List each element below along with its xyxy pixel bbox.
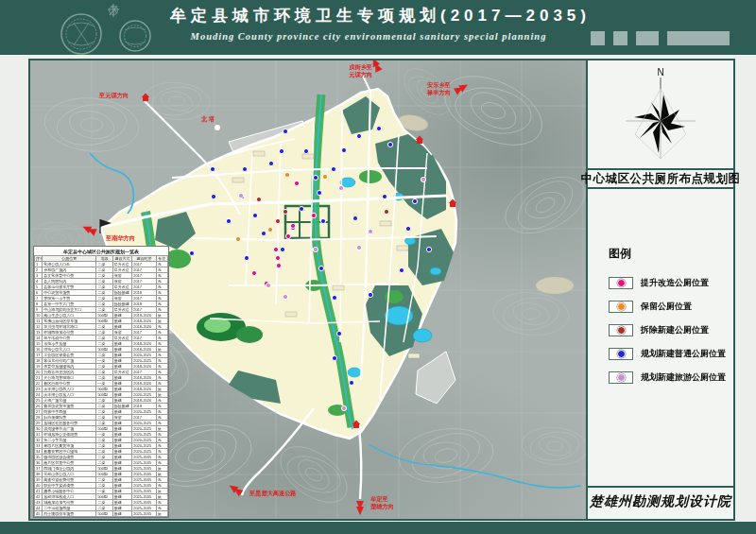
toilet-point-upgrade bbox=[285, 233, 290, 238]
toilet-point-upgrade bbox=[311, 213, 316, 217]
toilet-point-new_common bbox=[332, 355, 336, 360]
table-row: 22新区行政中心旁一类新建2018-2020无 bbox=[35, 381, 168, 387]
table-row: 46火车站站前片区一类新建2025-2035无 bbox=[35, 517, 168, 519]
toilet-point-new_common bbox=[211, 194, 215, 198]
toilet-point-new_tourism bbox=[283, 294, 287, 299]
toilet-point-retain bbox=[322, 174, 327, 179]
legend-label: 保留公厕位置 bbox=[641, 301, 692, 313]
label-nw-road: 至元谋方向 bbox=[98, 92, 129, 99]
legend-swatch bbox=[609, 301, 633, 313]
toilet-point-new_tourism bbox=[266, 283, 270, 287]
toilet-point-upgrade bbox=[273, 247, 278, 251]
table-row: 44二中运动场西侧二类新建2025-2035无 bbox=[35, 506, 168, 511]
legend-dot-icon bbox=[617, 279, 626, 287]
table-row: 37西城门遗址公园内500型新建2025-2035旅 bbox=[35, 466, 168, 472]
legend-item-new_common: 规划新建普通公厕位置 bbox=[609, 348, 733, 360]
legend-label: 规划新建旅游公厕位置 bbox=[641, 371, 726, 384]
toilet-point-new_common bbox=[352, 215, 357, 220]
toilet-point-new_common bbox=[341, 147, 346, 152]
toilet-point-new_common bbox=[252, 213, 257, 217]
toilet-point-new_common bbox=[331, 166, 335, 171]
table-cell: 提升改造 bbox=[112, 336, 131, 341]
toilet-point-new_common bbox=[226, 218, 231, 223]
table-column-header: 建设方式 bbox=[112, 256, 131, 262]
table-title: 牟定县中心城区公共厕所规划一览表 bbox=[34, 247, 168, 255]
toilet-point-new_common bbox=[268, 161, 273, 165]
map-canvas: 北 塔至元谋方向戌街乡至元谋方向安乐乡至禄丰方向至南华方向至昆楚大高速公路牟定至… bbox=[30, 60, 586, 519]
toilet-point-upgrade bbox=[251, 270, 256, 275]
toilet-point-new_common bbox=[382, 194, 387, 198]
table-row: 15示范小学东侧二类新建2018-2020无 bbox=[35, 341, 168, 347]
table-row: 17工业园区管委会旁二类新建2020-2025无 bbox=[35, 353, 168, 358]
institute-box: 楚雄州勘测规划设计院 bbox=[588, 488, 733, 515]
page-subtitle: Mouding County province city environment… bbox=[170, 31, 567, 42]
toilet-plan-table: 牟定县中心城区公共厕所规划一览表 序号公厕位置等级建设方式建设时序备注 1化湖公… bbox=[33, 246, 169, 518]
table-row: 31环城东路公交枢纽旁一类新建2020-2025无 bbox=[35, 432, 168, 438]
toilet-point-new_common bbox=[261, 231, 266, 235]
label-north-pagoda: 北 塔 bbox=[200, 115, 215, 123]
page-title: 牟定县城市环境卫生专项规划(2017—2035) bbox=[170, 5, 567, 26]
table-cell: 提升改造 bbox=[112, 267, 131, 273]
deco-block bbox=[636, 31, 659, 45]
legend-label: 拆除新建公厕位置 bbox=[641, 324, 709, 336]
legend-swatch bbox=[609, 324, 633, 336]
map-sheet-title: 中心城区公共厕所布点规划图 bbox=[581, 171, 741, 187]
toilet-point-new_common bbox=[244, 255, 249, 260]
table-row: 30滨河绿带节点广场500型新建2020-2025旅 bbox=[35, 426, 168, 432]
table-cell: 提升改造 bbox=[112, 370, 131, 375]
toilet-point-new_common bbox=[242, 166, 247, 171]
toilet-point-rebuild bbox=[275, 218, 280, 223]
table-row: 18客运北站站前广场一类新建2020-2025无 bbox=[35, 358, 168, 364]
legend-item-rebuild: 拆除新建公厕位置 bbox=[609, 324, 733, 336]
toilet-point-new_tourism bbox=[356, 245, 361, 250]
deco-block bbox=[667, 31, 730, 45]
deco-block bbox=[613, 31, 627, 45]
table-row: 19体育馆东侧绿地内二类新建2018-2020无 bbox=[35, 364, 168, 370]
toilet-point-new_common bbox=[399, 267, 404, 272]
table-row: 34新寨安置区中心绿地二类新建2020-2025无 bbox=[35, 449, 168, 455]
footer-band bbox=[0, 522, 756, 534]
table-row: 33果园片区集贸市场二类新建2020-2025无 bbox=[35, 443, 168, 449]
panel-title-box: 中心城区公共厕所布点规划图 bbox=[588, 170, 733, 189]
legend-title: 图例 bbox=[609, 246, 733, 262]
table-row: 32第二小学北侧二类新建2020-2025无 bbox=[35, 438, 168, 443]
legend-swatch bbox=[609, 371, 633, 384]
toilet-point-new_common bbox=[412, 198, 417, 203]
toilet-point-new_common bbox=[279, 148, 284, 153]
toilet-point-rebuild bbox=[384, 209, 388, 214]
table-cell: 拆除新建 bbox=[112, 290, 131, 296]
legend-dot-icon bbox=[617, 326, 626, 335]
toilet-point-new_common bbox=[280, 247, 284, 251]
table-row: 27民族中学西侧二类新建2020-2025无 bbox=[35, 409, 168, 415]
table-cell: 提升改造 bbox=[112, 307, 131, 313]
table-row: 24庆丰湖公园东入口500型新建2020-2025旅 bbox=[35, 392, 168, 398]
label-w-road: 至南华方向 bbox=[105, 234, 135, 242]
table-row: 11化佛山旅游区停车场500型新建2018-2020旅 bbox=[35, 319, 168, 324]
toilet-point-upgrade bbox=[290, 223, 295, 228]
toilet-point-upgrade bbox=[276, 263, 281, 267]
legend-label: 提升改造公厕位置 bbox=[641, 277, 709, 289]
label-n-road: 戌街乡至元谋方向 bbox=[348, 63, 372, 78]
header-band: 牟定县城市环境卫生专项规划(2017—2035) Mouding County … bbox=[0, 0, 756, 55]
table-cell: 一类 bbox=[96, 517, 112, 519]
north-letter: N bbox=[657, 67, 663, 78]
compass-rose-icon: N bbox=[588, 60, 733, 168]
toilet-point-new_common bbox=[210, 166, 215, 171]
table-row: 10南山生态公园入口500型新建2018-2020旅 bbox=[35, 313, 168, 319]
legend-item-upgrade: 提升改造公厕位置 bbox=[609, 277, 733, 289]
table-row: 23庆丰湖公园西入口500型新建2018-2020旅 bbox=[35, 387, 168, 392]
toilet-point-new_common bbox=[376, 126, 381, 130]
table-row: 40职业中学实训楼旁二类新建2025-2035无 bbox=[35, 483, 168, 489]
table-cell: 拆除新建 bbox=[112, 301, 131, 307]
institute-name: 楚雄州勘测规划设计院 bbox=[590, 493, 731, 510]
toilet-point-new_tourism bbox=[238, 193, 243, 198]
toilet-point-new_common bbox=[405, 226, 410, 231]
table-cell: 46 bbox=[35, 517, 43, 519]
toilet-point-new_common bbox=[317, 190, 321, 195]
legend-swatch bbox=[609, 277, 633, 289]
toilet-point-new_common bbox=[349, 380, 353, 385]
table-cell: 2025-2035 bbox=[132, 517, 157, 519]
toilet-point-retain bbox=[267, 227, 272, 232]
table-row: 41康养小镇服务中心一类新建2025-2035旅 bbox=[35, 489, 168, 494]
toilet-point-new_common bbox=[426, 247, 431, 251]
